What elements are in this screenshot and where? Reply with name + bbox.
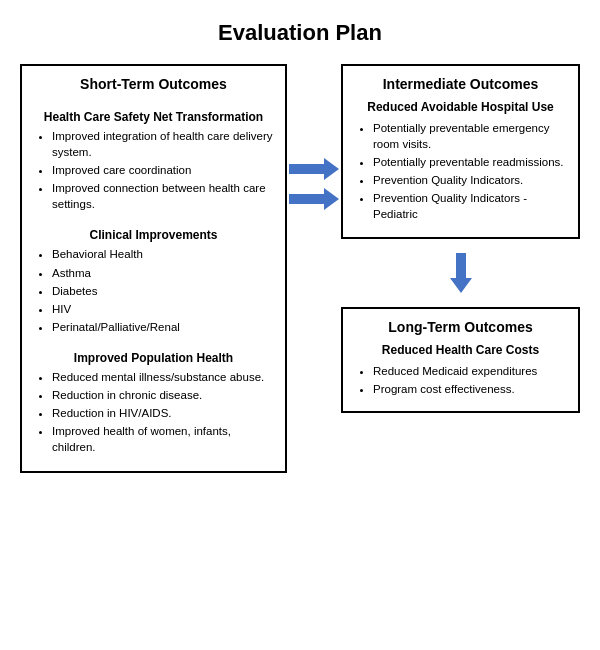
list-item: Reduction in HIV/AIDS. <box>52 405 273 421</box>
list-item: Perinatal/Palliative/Renal <box>52 319 273 335</box>
clinical-list: Behavioral Health Asthma Diabetes HIV Pe… <box>34 246 273 336</box>
short-term-title: Short-Term Outcomes <box>34 76 273 92</box>
svg-marker-2 <box>450 253 472 293</box>
safety-net-list: Improved integration of health care deli… <box>34 128 273 214</box>
list-item: Program cost effectiveness. <box>373 381 566 397</box>
page-title: Evaluation Plan <box>20 20 580 46</box>
arrow-down-icon <box>446 253 476 293</box>
section-label-safety-net: Health Care Safety Net Transformation <box>34 110 273 124</box>
longterm-list: Reduced Medicaid expenditures Program co… <box>355 363 566 397</box>
list-item: Potentially preventable emergency room v… <box>373 120 566 152</box>
intermediate-title: Intermediate Outcomes <box>355 76 566 92</box>
longterm-subtitle: Reduced Health Care Costs <box>355 343 566 357</box>
right-column: Intermediate Outcomes Reduced Avoidable … <box>341 64 580 413</box>
svg-marker-0 <box>289 158 339 180</box>
list-item: Improved health of women, infants, child… <box>52 423 273 455</box>
intermediate-subtitle: Reduced Avoidable Hospital Use <box>355 100 566 114</box>
svg-marker-1 <box>289 188 339 210</box>
arrow-right-longterm <box>289 184 339 214</box>
list-item: Reduction in chronic disease. <box>52 387 273 403</box>
list-item: Potentially preventable readmissions. <box>373 154 566 170</box>
section-label-clinical: Clinical Improvements <box>34 228 273 242</box>
list-item: Improved connection between health care … <box>52 180 273 212</box>
section-label-population: Improved Population Health <box>34 351 273 365</box>
list-item: Improved integration of health care deli… <box>52 128 273 160</box>
arrows-column <box>287 64 341 264</box>
longterm-title: Long-Term Outcomes <box>355 319 566 335</box>
list-item: Asthma <box>52 265 273 281</box>
longterm-outcomes-box: Long-Term Outcomes Reduced Health Care C… <box>341 307 580 413</box>
list-item: Reduced Medicaid expenditures <box>373 363 566 379</box>
list-item: Prevention Quality Indicators. <box>373 172 566 188</box>
intermediate-outcomes-box: Intermediate Outcomes Reduced Avoidable … <box>341 64 580 239</box>
list-item: Prevention Quality Indicators - Pediatri… <box>373 190 566 222</box>
intermediate-list: Potentially preventable emergency room v… <box>355 120 566 223</box>
list-item: Reduced mental illness/substance abuse. <box>52 369 273 385</box>
diagram: Short-Term Outcomes Health Care Safety N… <box>20 64 580 473</box>
list-item: Diabetes <box>52 283 273 299</box>
short-term-outcomes-box: Short-Term Outcomes Health Care Safety N… <box>20 64 287 473</box>
arrow-right-intermediate <box>289 154 339 184</box>
arrow-down-container <box>341 253 580 293</box>
list-item: Improved care coordination <box>52 162 273 178</box>
list-item: Behavioral Health <box>52 246 273 262</box>
list-item: HIV <box>52 301 273 317</box>
population-list: Reduced mental illness/substance abuse. … <box>34 369 273 457</box>
